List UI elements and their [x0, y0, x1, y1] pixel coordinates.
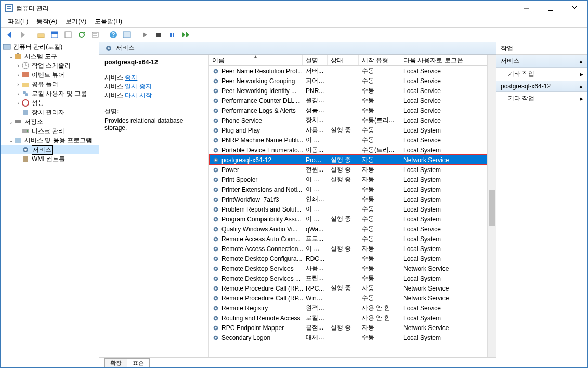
tree-services-apps[interactable]: ⌄서비스 및 응용 프로그램: [1, 136, 99, 145]
list-header: 이름▲ 설명 상태 시작 유형 다음 사용자로 로그온: [209, 55, 487, 66]
vertical-scrollbar[interactable]: [487, 55, 496, 357]
service-row[interactable]: Performance Logs & Alerts성능 ...수동Local S…: [209, 106, 487, 115]
filter-button[interactable]: [121, 29, 133, 41]
description-text: Provides relational database storage.: [104, 117, 203, 132]
service-row[interactable]: Problem Reports and Solut...이 서...수동Loca…: [209, 204, 487, 214]
service-row[interactable]: Power전원...실행 중자동Local System: [209, 165, 487, 175]
export-button[interactable]: [62, 29, 74, 41]
service-row[interactable]: Peer Name Resolution Prot...서버...수동Local…: [209, 66, 487, 76]
service-row[interactable]: Remote Registry원격 ...사용 안 함Local Service: [209, 303, 487, 313]
tree-device-manager[interactable]: 장치 관리자: [1, 108, 99, 117]
tab-standard[interactable]: 표준: [127, 358, 150, 367]
col-header-name[interactable]: 이름▲: [209, 55, 303, 65]
restart-button[interactable]: [180, 29, 191, 41]
menu-action[interactable]: 동작(A): [32, 16, 61, 27]
service-row[interactable]: Phone Service장치...수동(트리...Local Service: [209, 115, 487, 125]
tree-event-viewer[interactable]: ›이벤트 뷰어: [1, 70, 99, 80]
service-row[interactable]: Performance Counter DLL ...원경 ...수동Local…: [209, 96, 487, 106]
tree-shared-folders[interactable]: ›공유 폴더: [1, 80, 99, 89]
back-button[interactable]: [4, 29, 15, 41]
svg-point-53: [215, 110, 217, 112]
tree-task-scheduler[interactable]: ›작업 스케줄러: [1, 61, 99, 70]
refresh-button[interactable]: [49, 29, 60, 41]
svg-point-69: [215, 189, 217, 191]
toolbar-separator: [136, 30, 136, 40]
service-row[interactable]: Printer Extensions and Noti...이 서...수동Lo…: [209, 185, 487, 194]
close-button[interactable]: [563, 1, 586, 16]
service-row[interactable]: Remote Desktop Services ...프린...수동Local …: [209, 273, 487, 283]
cell-logon: Network Service: [400, 265, 487, 273]
col-header-startup[interactable]: 시작 유형: [359, 55, 400, 65]
cell-logon: Local System: [400, 334, 487, 342]
console-tree[interactable]: 컴퓨터 관리(로컬) ⌄시스템 도구 ›작업 스케줄러 ›이벤트 뷰어 ›공유 …: [1, 42, 99, 367]
actions-group-services[interactable]: 서비스▲: [496, 55, 587, 68]
tree-system-tools[interactable]: ⌄시스템 도구: [1, 51, 99, 61]
maximize-button[interactable]: [539, 1, 563, 16]
service-row[interactable]: RPC Endpoint Mapper끝점...실행 중자동Network Se…: [209, 323, 487, 333]
menu-help[interactable]: 도움말(H): [90, 16, 126, 27]
list-body[interactable]: Peer Name Resolution Prot...서버...수동Local…: [209, 66, 487, 357]
tab-extended[interactable]: 확장: [104, 358, 127, 367]
action-other-1[interactable]: 기타 작업▶: [496, 68, 587, 81]
service-row[interactable]: Plug and Play사용...실행 중수동Local System: [209, 125, 487, 135]
pause-button[interactable]: [166, 29, 178, 41]
cell-status: [328, 229, 359, 230]
cell-name: Phone Service: [209, 116, 303, 125]
service-row[interactable]: Peer Networking Identity ...PNR...수동Loca…: [209, 86, 487, 96]
cell-desc: 끝점...: [303, 323, 328, 333]
help-button[interactable]: ?: [108, 29, 119, 41]
actions-group-selected[interactable]: postgresql-x64-12▲: [496, 81, 587, 92]
service-row[interactable]: Remote Procedure Call (RP...Wind...수동Net…: [209, 293, 487, 303]
service-row[interactable]: PrintWorkflow_7a1f3인쇄 ...수동Local System: [209, 194, 487, 204]
svg-rect-38: [15, 138, 21, 143]
col-header-logon[interactable]: 다음 사용자로 로그온: [400, 55, 487, 65]
service-row[interactable]: Remote Access Auto Conn...프로...수동Local S…: [209, 234, 487, 244]
action-other-2[interactable]: 기타 작업▶: [496, 92, 587, 105]
reload-button[interactable]: [76, 29, 87, 41]
service-row[interactable]: Program Compatibility Assi...이 서...실행 중수…: [209, 214, 487, 224]
properties-button[interactable]: [89, 29, 101, 41]
col-header-status[interactable]: 상태: [328, 55, 359, 65]
tree-local-users[interactable]: ›로컬 사용자 및 그룹: [1, 89, 99, 98]
pause-link[interactable]: 일시 중지: [125, 83, 151, 90]
cell-startup: 수동(트리...: [359, 115, 400, 125]
svg-text:?: ?: [111, 31, 115, 38]
service-row[interactable]: Peer Networking Grouping피어 ...수동Local Se…: [209, 76, 487, 86]
minimize-button[interactable]: [515, 1, 539, 16]
service-row[interactable]: Portable Device Enumerato...이동...수동(트리..…: [209, 145, 487, 155]
cell-logon: Local System: [400, 235, 487, 243]
stop-button[interactable]: [153, 29, 164, 41]
service-row[interactable]: Print Spooler이 서...실행 중자동Local System: [209, 175, 487, 185]
service-row[interactable]: PNRP Machine Name Publi...이 서...수동Local …: [209, 135, 487, 145]
service-row[interactable]: Remote Desktop Configura...RDC...수동Local…: [209, 254, 487, 264]
tree-performance[interactable]: ›성능: [1, 98, 99, 108]
service-row[interactable]: postgresql-x64-12Provi...실행 중자동Network S…: [209, 155, 487, 165]
up-button[interactable]: [35, 29, 47, 41]
tree-services[interactable]: 서비스: [1, 145, 99, 154]
service-row[interactable]: Secondary Logon대체 ...수동Local System: [209, 333, 487, 343]
toolbar-separator: [104, 30, 104, 40]
cell-logon: Local System: [400, 215, 487, 224]
tree-storage[interactable]: ⌄저장소: [1, 117, 99, 126]
service-restart-line: 서비스 다시 시작: [104, 91, 203, 100]
tree-root[interactable]: 컴퓨터 관리(로컬): [1, 42, 99, 51]
forward-button[interactable]: [17, 29, 29, 41]
col-header-desc[interactable]: 설명: [303, 55, 328, 65]
service-row[interactable]: Remote Desktop Services사용...수동Network Se…: [209, 264, 487, 273]
tree-disk-management[interactable]: 디스크 관리: [1, 126, 99, 136]
service-row[interactable]: Routing and Remote Access로컬 ...사용 안 함Loc…: [209, 313, 487, 323]
restart-link[interactable]: 다시 시작: [125, 91, 151, 99]
svg-point-99: [215, 337, 217, 339]
service-row[interactable]: Remote Procedure Call (RP...RPC...실행 중자동…: [209, 283, 487, 293]
toolbar-separator: [32, 30, 32, 40]
service-row[interactable]: Quality Windows Audio Vi...qWa...수동Local…: [209, 224, 487, 234]
cell-logon: Local System: [400, 205, 487, 214]
service-row[interactable]: Remote Access Connection...이 컴...실행 중자동L…: [209, 244, 487, 254]
play-button[interactable]: [139, 29, 151, 41]
stop-link[interactable]: 중지: [125, 74, 137, 81]
cell-logon: Local Service: [400, 77, 487, 85]
tree-wmi[interactable]: WMI 컨트롤: [1, 154, 99, 164]
menu-view[interactable]: 보기(V): [61, 16, 90, 27]
menu-file[interactable]: 파일(F): [4, 16, 32, 27]
scrollbar-thumb[interactable]: [489, 190, 495, 226]
